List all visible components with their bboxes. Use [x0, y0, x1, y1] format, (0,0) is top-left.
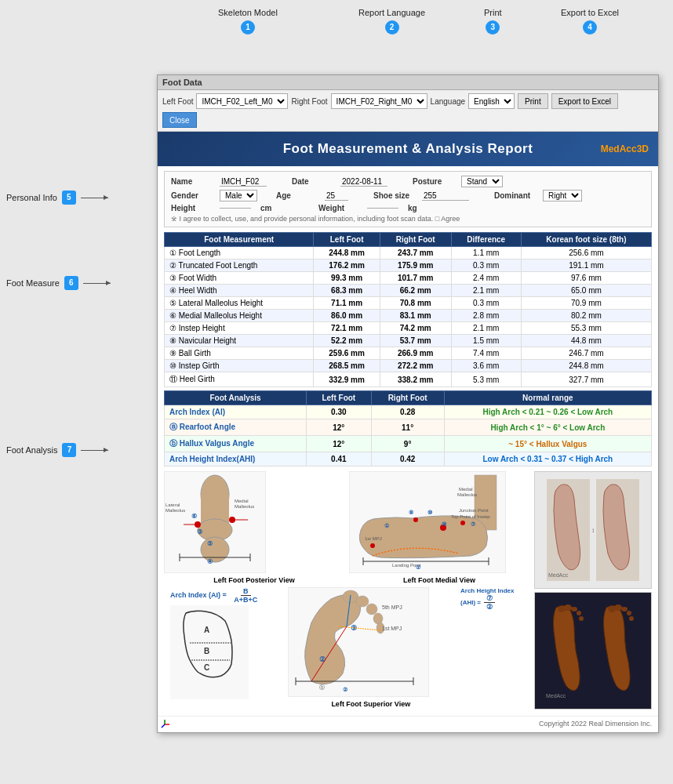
svg-point-70 — [564, 604, 572, 611]
meas-diff-2: 2.4 mm — [451, 272, 521, 285]
meas-left-8: 259.6 mm — [314, 347, 380, 360]
left-foot-select[interactable]: IMCH_F02_Left_M0 — [196, 93, 288, 109]
print-button[interactable]: Print — [518, 93, 548, 109]
meas-name-8: ⑨ Ball Girth — [165, 347, 314, 360]
language-select[interactable]: English — [468, 93, 515, 109]
weight-label: Weight — [318, 204, 358, 212]
foot-measure-annotation: Foot Measure 6 — [6, 276, 111, 290]
svg-text:③: ③ — [197, 528, 202, 535]
meas-korean-7: 44.8 mm — [521, 335, 651, 347]
anal-range-0: High Arch < 0.21 ~ 0.26 < Low Arch — [444, 405, 651, 419]
meas-left-4: 71.1 mm — [314, 297, 380, 310]
personal-info-row-3: Height cm Weight kg — [171, 204, 645, 212]
foot-3d-bottom: MedAcc — [534, 592, 652, 710]
right-foot-select[interactable]: IMCH_F02_Right_M0 — [331, 93, 427, 109]
consent-row: ※ I agree to collect, use, and provide p… — [171, 215, 645, 223]
measurement-row: ② Truncated Foot Length 176.2 mm 175.9 m… — [165, 260, 652, 272]
shoe-size-label: Shoe size — [373, 191, 413, 200]
measurement-row: ⑦ Instep Height 72.1 mm 74.2 mm 2.1 mm 5… — [165, 322, 652, 335]
measurement-row: ③ Foot Width 99.3 mm 101.7 mm 2.4 mm 97.… — [165, 272, 652, 285]
meas-diff-10: 5.3 mm — [451, 372, 521, 387]
meas-right-8: 266.9 mm — [380, 347, 451, 360]
main-window: Foot Data Left Foot IMCH_F02_Left_M0 Rig… — [157, 74, 659, 733]
foot-measure-text: Foot Measure — [6, 278, 60, 288]
svg-point-51 — [373, 613, 383, 624]
meas-diff-7: 1.5 mm — [451, 335, 521, 347]
svg-point-73 — [579, 616, 584, 621]
svg-text:B: B — [204, 647, 209, 655]
measurement-row: ⑤ Lateral Malleolus Height 71.1 mm 70.8 … — [165, 297, 652, 310]
ahi-formula-title: Arch Height Index (AHI) = ⑦ ② — [460, 587, 523, 611]
personal-info-annotation: Personal Info 5 — [6, 191, 108, 205]
anal-name-1: ⓐ Rearfoot Angle — [165, 419, 307, 436]
measurement-row: ⑪ Heel Girth 332.9 mm 338.2 mm 5.3 mm 32… — [165, 372, 652, 387]
left-superior-caption: Left Foot Superior View — [288, 700, 454, 708]
annotation-line-7 — [81, 450, 108, 451]
report-logo: MedAcc3D — [601, 143, 649, 154]
meas-name-1: ② Truncated Foot Length — [165, 260, 314, 272]
svg-text:A: A — [204, 626, 209, 634]
svg-text:①: ① — [416, 564, 421, 570]
measurement-table: Foot Measurement Left Foot Right Foot Di… — [164, 232, 652, 387]
dominant-select[interactable]: Right — [543, 190, 582, 201]
meas-korean-0: 256.6 mm — [521, 247, 651, 260]
meas-name-0: ① Foot Length — [165, 247, 314, 260]
svg-point-78 — [621, 607, 628, 612]
meas-right-10: 338.2 mm — [380, 372, 451, 387]
svg-point-26 — [413, 517, 418, 522]
svg-point-77 — [614, 604, 622, 611]
export-excel-button[interactable]: Export to Excel — [551, 93, 618, 109]
meas-name-3: ④ Heel Width — [165, 285, 314, 297]
badge-7: 7 — [62, 443, 76, 457]
foot-3d-side-left: MedAcc — [547, 479, 590, 581]
arch-index-formula-title: Arch Index (AI) = B A+B+C — [170, 587, 282, 604]
svg-text:Malleolus: Malleolus — [166, 508, 185, 513]
weight-unit: kg — [408, 204, 447, 212]
analysis-row: ⓑ Hallux Valgus Angle 12° 9° ~ 15° < Hal… — [165, 436, 652, 452]
height-unit: cm — [260, 204, 300, 212]
svg-line-83 — [162, 724, 165, 728]
badge-1: 1 — [241, 20, 255, 34]
close-button[interactable]: Close — [162, 112, 197, 128]
svg-point-72 — [577, 611, 581, 615]
svg-point-79 — [627, 611, 631, 615]
export-excel-label: Export to Excel 4 — [561, 8, 619, 34]
report-content: Foot Measurement & Analysis Report MedAc… — [158, 132, 658, 732]
badge-4: 4 — [583, 20, 597, 34]
measurement-row: ⑧ Navicular Height 52.2 mm 53.7 mm 1.5 m… — [165, 335, 652, 347]
anal-range-3: Low Arch < 0.31 ~ 0.37 < High Arch — [444, 452, 651, 466]
svg-text:⑧: ⑧ — [409, 510, 414, 515]
posture-select[interactable]: Stand — [461, 176, 503, 187]
svg-text:⑦: ⑦ — [471, 521, 476, 527]
foot-analysis-annotation: Foot Analysis 7 — [6, 443, 108, 457]
ahi-block: Arch Height Index (AHI) = ⑦ ② — [460, 587, 523, 612]
meas-left-5: 86.0 mm — [314, 310, 380, 322]
personal-info-row-1: Name IMCH_F02 Date 2022-08-11 Posture St… — [171, 176, 645, 187]
gender-select[interactable]: Male — [220, 190, 257, 201]
age-value: 25 — [325, 191, 348, 201]
svg-text:1st MPJ: 1st MPJ — [365, 536, 382, 541]
report-header: Foot Measurement & Analysis Report MedAc… — [158, 132, 658, 166]
svg-text:⑥: ⑥ — [191, 513, 197, 520]
svg-text:⑤: ⑤ — [207, 540, 213, 547]
gender-label: Gender — [171, 191, 210, 200]
left-posterior-caption: Left Foot Posterior View — [164, 576, 344, 584]
anal-range-1: High Arch < 1° ~ 6° < Low Arch — [444, 419, 651, 436]
foot-3d-bottom-right — [595, 600, 642, 702]
svg-text:MedAcc: MedAcc — [546, 693, 566, 699]
date-label: Date — [292, 177, 331, 186]
right-foot-label: Right Foot — [291, 97, 327, 106]
left-foot-label: Left Foot — [162, 97, 193, 106]
skeleton-model-label: Skeleton Model 1 — [218, 8, 278, 34]
svg-text:Malleolus: Malleolus — [457, 492, 477, 497]
personal-info-row-2: Gender Male Age 25 Shoe size 255 Dominan… — [171, 190, 645, 201]
meas-right-9: 272.2 mm — [380, 360, 451, 372]
col-normal-range: Normal range — [444, 391, 651, 405]
meas-name-7: ⑧ Navicular Height — [165, 335, 314, 347]
left-medial-container: Junction Point Top Point of Instep ⑩ ⑩ ⑧… — [349, 471, 529, 584]
left-posterior-svg: Lateral Malleolus Medial Malleolus — [164, 471, 266, 573]
meas-korean-8: 246.7 mm — [521, 347, 651, 360]
col-right-foot: Right Foot — [380, 233, 451, 247]
meas-diff-4: 0.3 mm — [451, 297, 521, 310]
col-left-foot: Left Foot — [314, 233, 380, 247]
